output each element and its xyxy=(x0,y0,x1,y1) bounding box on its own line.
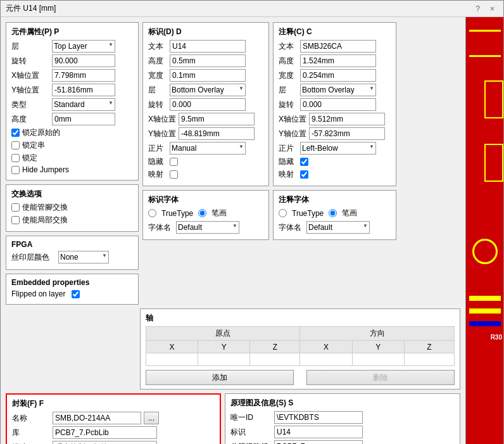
com-hidden-checkbox[interactable] xyxy=(300,158,308,166)
y-pos-input[interactable] xyxy=(52,84,115,96)
type-select-wrapper: Standard xyxy=(52,98,115,111)
com-stroke-radio[interactable] xyxy=(329,209,337,217)
hide-jumpers-checkbox[interactable] xyxy=(11,166,20,174)
des-font-name-label: 字体名 xyxy=(148,222,171,233)
com-hidden-row: 隐藏 xyxy=(279,156,391,167)
com-font-name-select[interactable]: Default xyxy=(306,221,370,234)
origin-header: 原点 xyxy=(146,327,300,341)
com-y-label: Y轴位置 xyxy=(279,129,306,139)
com-x-label: X轴位置 xyxy=(279,114,306,125)
sch-des-label: 标识 xyxy=(230,427,272,438)
des-mirror-row: 映射 xyxy=(148,169,263,180)
sch-hier-row: 分等级路径 xyxy=(230,440,455,444)
encap-name-label: 名称 xyxy=(12,413,50,424)
com-x-input[interactable] xyxy=(309,113,385,125)
flipped-checkbox[interactable] xyxy=(72,290,80,298)
sch-uid-input[interactable] xyxy=(274,411,363,424)
axis-y-col: Y xyxy=(198,341,250,353)
axis-delete-btn[interactable]: 删除 xyxy=(306,370,455,385)
enable-local-checkbox[interactable] xyxy=(11,216,20,224)
lock-checkbox[interactable] xyxy=(11,154,20,162)
enable-local-row: 使能局部交換 xyxy=(11,215,133,225)
com-rotation-label: 旋转 xyxy=(279,99,298,110)
window-title: 元件 U14 [mm] xyxy=(6,3,56,14)
embedded-section: Embedded properties Flipped on layer xyxy=(6,274,139,305)
des-stroke-label: 笔画 xyxy=(211,208,227,219)
com-layer-row: 层 Bottom Overlay xyxy=(279,84,391,96)
y-pos-row: Y轴位置 xyxy=(11,84,133,96)
sch-des-row: 标识 xyxy=(230,426,455,438)
close-button[interactable]: × xyxy=(486,4,498,13)
x-pos-input[interactable] xyxy=(52,69,115,82)
des-positive-select[interactable]: Manual xyxy=(170,142,246,155)
des-rotation-label: 旋转 xyxy=(148,99,167,110)
com-font-name-label: 字体名 xyxy=(279,222,301,233)
des-rotation-input[interactable] xyxy=(170,98,246,111)
designator-title: 标识(D) D xyxy=(148,27,263,37)
comment-font-section: 注释字体 TrueType 笔画 字体名 Default xyxy=(273,190,396,240)
des-x-input[interactable] xyxy=(179,113,255,125)
com-width-input[interactable] xyxy=(300,69,376,82)
des-truetype-label: TrueType xyxy=(161,209,193,218)
lock-label: 锁定 xyxy=(22,153,37,163)
layer-select[interactable]: Top Layer xyxy=(52,40,115,53)
com-positive-select-wrapper: Left-Below xyxy=(300,142,376,155)
des-hidden-checkbox[interactable] xyxy=(170,158,178,166)
axis-area: 轴 原点 方向 X Y Z X Y xyxy=(140,308,460,390)
com-mirror-checkbox[interactable] xyxy=(300,170,308,179)
encap-name-input[interactable] xyxy=(53,412,141,424)
des-stroke-radio[interactable] xyxy=(198,209,206,217)
des-y-input[interactable] xyxy=(179,127,255,140)
des-height-input[interactable] xyxy=(170,54,246,67)
com-y-row: Y轴位置 xyxy=(279,127,391,140)
sch-des-input[interactable] xyxy=(274,426,363,438)
encap-lib-input[interactable] xyxy=(53,426,157,439)
axis-add-btn[interactable]: 添加 xyxy=(146,370,294,385)
com-layer-select[interactable]: Bottom Overlay xyxy=(300,84,376,96)
layer-row: 层 Top Layer xyxy=(11,40,133,53)
help-button[interactable]: ? xyxy=(472,4,484,13)
des-font-name-select[interactable]: Default xyxy=(176,221,239,234)
silk-select[interactable]: None xyxy=(58,251,109,263)
com-truetype-radio[interactable] xyxy=(279,209,287,217)
com-height-input[interactable] xyxy=(300,54,376,67)
des-mirror-checkbox[interactable] xyxy=(170,170,178,179)
com-layer-label: 层 xyxy=(279,85,298,96)
des-layer-select-wrapper: Bottom Overlay xyxy=(170,84,246,96)
sch-hier-input[interactable] xyxy=(274,440,363,444)
swap-options-title: 交换选项 xyxy=(11,189,133,200)
flipped-label: Flipped on layer xyxy=(11,289,65,298)
height-row: 高度 xyxy=(11,113,133,125)
silk-label: 丝印层颜色 xyxy=(11,252,56,263)
encap-desc-input[interactable] xyxy=(53,441,157,444)
com-hidden-label: 隐藏 xyxy=(279,156,298,167)
enable-gate-label: 使能管腳交換 xyxy=(22,202,68,213)
type-select[interactable]: Standard xyxy=(52,98,115,111)
rotation-input[interactable] xyxy=(52,54,115,67)
enable-gate-checkbox[interactable] xyxy=(11,203,20,212)
com-mirror-row: 映射 xyxy=(279,169,391,180)
encap-col: 封装(F) F 名称 ... 库 描述 xyxy=(6,393,221,444)
component-props-title: 元件属性(P) P xyxy=(11,27,133,37)
des-width-input[interactable] xyxy=(170,69,246,82)
rotation-row: 旋转 xyxy=(11,54,133,67)
com-text-input[interactable] xyxy=(300,40,376,53)
encap-title: 封装(F) F xyxy=(12,398,215,409)
des-y-row: Y轴位置 xyxy=(148,127,263,140)
des-truetype-radio[interactable] xyxy=(148,209,156,217)
des-text-input[interactable] xyxy=(170,40,246,53)
flipped-row: Flipped on layer xyxy=(11,289,133,298)
com-font-name-row: 字体名 Default xyxy=(279,221,391,234)
com-y-input[interactable] xyxy=(309,127,385,140)
lock-row: 锁定 xyxy=(11,153,133,163)
encap-browse-btn[interactable]: ... xyxy=(144,412,159,424)
des-positive-label: 正片 xyxy=(148,143,167,154)
des-layer-select[interactable]: Bottom Overlay xyxy=(170,84,246,96)
com-positive-row: 正片 Left-Below xyxy=(279,142,391,155)
com-rotation-input[interactable] xyxy=(300,98,376,111)
lock-strings-checkbox[interactable] xyxy=(11,141,20,149)
axis-title: 轴 xyxy=(146,313,455,324)
com-positive-select[interactable]: Left-Below xyxy=(300,142,376,155)
lock-origin-checkbox[interactable] xyxy=(11,129,20,137)
height-input[interactable] xyxy=(52,113,115,125)
